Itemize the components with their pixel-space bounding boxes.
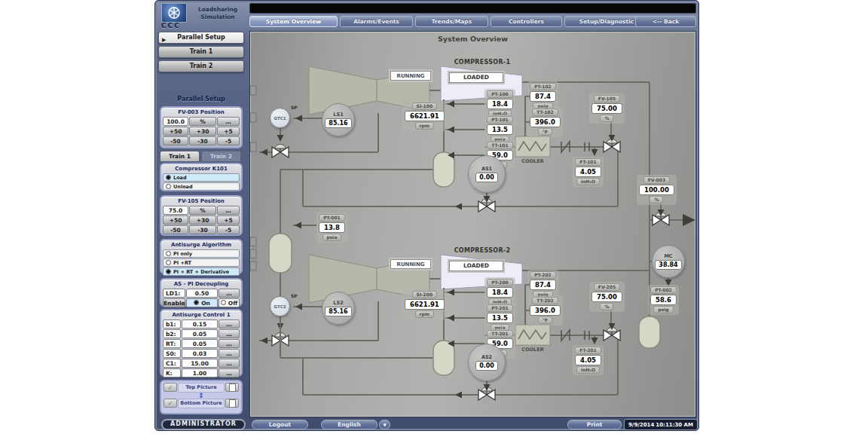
ft-201-indicator[interactable]: FT-201 4.05 inH₂O bbox=[573, 345, 604, 375]
tt-202-indicator[interactable]: TT-202 396.0 °F bbox=[527, 295, 563, 326]
pi-rt-derivative-radio[interactable]: PI + RT + Derivative bbox=[163, 267, 240, 276]
si-100-indicator[interactable]: SI-100 6621.91 rpm bbox=[402, 101, 447, 131]
ld1-value: 0.50 bbox=[186, 289, 218, 298]
compressor1-label: COMPRESSOR-1 bbox=[439, 59, 526, 66]
pi-only-radio[interactable]: PI only bbox=[163, 249, 240, 258]
instrument-tag: PT-201 bbox=[487, 304, 513, 312]
gtc2-controller[interactable]: GTC2 bbox=[270, 296, 290, 316]
fv003-position-panel: FV-003 Position 100.0 % … +50 +30 +5 -50… bbox=[160, 106, 243, 148]
instrument-tag: TT-202 bbox=[532, 297, 558, 304]
instrument-tag: PT-200 bbox=[487, 279, 513, 286]
train1-tab[interactable]: Train 1 bbox=[160, 151, 200, 162]
sidebar-item-train-1[interactable]: Train 1 bbox=[158, 46, 244, 58]
train2-tab[interactable]: Train 2 bbox=[201, 151, 241, 162]
fv003-step-button[interactable]: +50 bbox=[163, 127, 188, 136]
back-button[interactable]: <-- Back bbox=[635, 16, 696, 27]
bottom-picture-check[interactable]: ✓ bbox=[164, 399, 177, 408]
instrument-unit: % bbox=[600, 115, 613, 122]
tab-alarms-events[interactable]: Alarms/Events bbox=[340, 16, 413, 27]
pi-rt-radio[interactable]: PI +RT bbox=[163, 258, 240, 267]
load-radio[interactable]: Load bbox=[163, 173, 240, 182]
controller-value: 38.84 bbox=[655, 260, 681, 270]
fv105-unit-button[interactable]: % bbox=[189, 206, 216, 215]
tab-controllers[interactable]: Controllers bbox=[491, 16, 562, 27]
controller-tag: AS1 bbox=[481, 166, 492, 172]
tab-system-overview[interactable]: System Overview bbox=[249, 16, 338, 27]
radio-label: Load bbox=[173, 175, 187, 181]
radio-icon bbox=[166, 260, 171, 265]
nav-label: Train 1 bbox=[190, 48, 213, 55]
picture-selector-panel: ✓ Top Picture ↕ ✓ Bottom Picture bbox=[160, 380, 243, 414]
logout-button[interactable]: Logout bbox=[252, 420, 308, 429]
instrument-value: 396.0 bbox=[530, 305, 561, 316]
sidebar-item-parallel-setup[interactable]: ▶ Parallel Setup bbox=[158, 32, 244, 44]
fv003-step-button[interactable]: -30 bbox=[189, 136, 216, 145]
top-picture-check[interactable]: ✓ bbox=[164, 383, 177, 392]
ft-101-indicator[interactable]: FT-101 4.05 inH₂O bbox=[573, 157, 604, 187]
sidebar-item-train-2[interactable]: Train 2 bbox=[158, 60, 244, 72]
language-dropdown-arrow[interactable]: ▼ bbox=[379, 420, 390, 429]
fv-003-indicator[interactable]: FV-003 100.00 % bbox=[637, 175, 677, 205]
bottom-picture-select-button[interactable] bbox=[225, 399, 239, 408]
fv105-step-button[interactable]: -30 bbox=[189, 225, 216, 234]
pt-002-indicator[interactable]: PT-002 58.6 psig bbox=[648, 285, 679, 315]
enable-on-radio[interactable]: On bbox=[186, 298, 218, 307]
nav-label: Train 2 bbox=[190, 63, 213, 69]
param-more-button[interactable]: … bbox=[219, 319, 240, 329]
ls2-controller[interactable]: LS2 85.16 bbox=[322, 292, 355, 325]
param-value: 0.03 bbox=[182, 349, 218, 358]
as1-controller[interactable]: AS1 0.00 bbox=[468, 155, 506, 193]
radio-label: On bbox=[201, 300, 210, 307]
gtc1-controller[interactable]: GTC1 bbox=[270, 108, 290, 128]
fv-105-indicator[interactable]: FV-105 75.00 % bbox=[589, 93, 625, 124]
controller-value: 0.00 bbox=[475, 361, 498, 371]
datetime-display: 9/9/2014 10:11:30 AM bbox=[624, 419, 698, 430]
print-button[interactable]: Print bbox=[567, 420, 622, 429]
tab-trends-maps[interactable]: Trends/Maps bbox=[415, 16, 488, 27]
language-select[interactable]: English bbox=[321, 420, 377, 429]
ld1-more-button[interactable]: … bbox=[219, 289, 240, 298]
mc-controller[interactable]: MC 38.84 bbox=[652, 245, 685, 278]
enable-off-radio[interactable]: Off bbox=[219, 298, 240, 307]
si-200-indicator[interactable]: SI-200 6621.91 rpm bbox=[402, 289, 447, 319]
top-picture-select-button[interactable] bbox=[225, 383, 239, 392]
check-icon: ✓ bbox=[168, 400, 173, 407]
fv105-step-button[interactable]: +30 bbox=[189, 215, 216, 225]
fv003-step-button[interactable]: -50 bbox=[163, 136, 188, 145]
train1-running-status: RUNNING bbox=[390, 71, 431, 81]
as-pi-decoupling-panel: AS - PI Decoupling LD1: 0.50 … Enable On… bbox=[160, 278, 243, 307]
discharge-vessel bbox=[639, 316, 660, 348]
pt-001-indicator[interactable]: PT-001 13.8 psia bbox=[316, 212, 347, 243]
fv105-step-button[interactable]: +50 bbox=[163, 215, 188, 225]
fv105-step-button[interactable]: +5 bbox=[217, 215, 240, 225]
param-more-button[interactable]: … bbox=[219, 349, 240, 358]
instrument-tag: FV-205 bbox=[594, 283, 620, 291]
train2-piping bbox=[259, 255, 649, 400]
fv003-step-button[interactable]: -5 bbox=[217, 136, 240, 145]
instrument-value: 75.00 bbox=[591, 292, 622, 302]
ls1-controller[interactable]: LS1 85.16 bbox=[322, 103, 355, 136]
as2-controller[interactable]: AS2 0.00 bbox=[468, 344, 506, 381]
fv003-unit-button[interactable]: % bbox=[189, 117, 216, 126]
swap-pictures-button[interactable]: ↕ bbox=[164, 393, 239, 399]
fv003-more-button[interactable]: … bbox=[217, 117, 240, 126]
instrument-tag: TT-101 bbox=[487, 142, 512, 149]
fv-205-indicator[interactable]: FV-205 75.00 % bbox=[589, 282, 625, 312]
fv003-step-button[interactable]: +30 bbox=[189, 127, 216, 136]
fv105-step-button[interactable]: -50 bbox=[163, 225, 188, 234]
param-more-button[interactable]: … bbox=[219, 329, 240, 338]
tt-102-indicator[interactable]: TT-102 396.0 °F bbox=[527, 107, 563, 137]
fv105-step-button[interactable]: -5 bbox=[217, 225, 240, 234]
unload-radio[interactable]: Unload bbox=[163, 182, 240, 191]
fv003-step-button[interactable]: +5 bbox=[217, 127, 240, 136]
fv105-more-button[interactable]: … bbox=[217, 206, 240, 215]
instrument-unit: inH₂O bbox=[576, 366, 600, 374]
param-more-button[interactable]: … bbox=[219, 339, 240, 348]
radio-label: Off bbox=[228, 300, 237, 307]
param-more-button[interactable]: … bbox=[219, 368, 240, 377]
controller-tag: MC bbox=[664, 253, 672, 259]
page-icon bbox=[229, 384, 236, 392]
instrument-value: 87.4 bbox=[530, 280, 556, 290]
impeller-icon bbox=[167, 5, 182, 20]
param-more-button[interactable]: … bbox=[219, 359, 240, 368]
